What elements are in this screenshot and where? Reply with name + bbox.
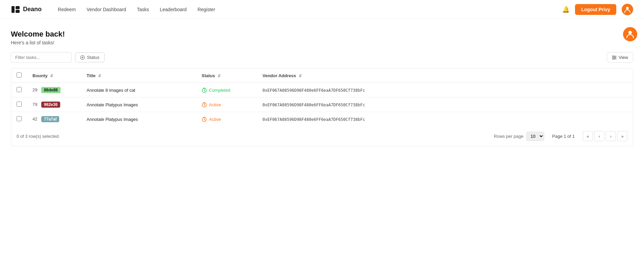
notification-bell-icon[interactable]: 🔔	[562, 6, 570, 13]
selection-info: 0 of 3 row(s) selected.	[17, 134, 60, 139]
timer-icon	[202, 102, 207, 107]
task-title: Annotate Platypus Images	[87, 102, 138, 107]
status-label: Completed	[209, 88, 230, 93]
timer-icon	[202, 116, 207, 122]
bounty-badge: 962e36	[41, 102, 60, 108]
last-page-button[interactable]: »	[617, 131, 627, 141]
first-page-button[interactable]: «	[583, 131, 593, 141]
title-column-header[interactable]: Title ⇵	[81, 68, 196, 83]
row-checkbox[interactable]	[17, 116, 22, 121]
bounty-badge: 86de88	[41, 87, 61, 93]
title-sort-icon: ⇵	[98, 74, 101, 78]
table-row: 29 86de88 Annotate 8 images of cat Compl…	[11, 83, 633, 98]
bounty-cell: 42 77a7af	[27, 112, 81, 127]
svg-rect-2	[16, 10, 20, 13]
status-cell: Active	[196, 112, 257, 127]
bounty-sort-icon: ⇵	[50, 74, 53, 78]
svg-point-14	[615, 57, 616, 58]
table-body: 29 86de88 Annotate 8 images of cat Compl…	[11, 83, 633, 127]
rows-per-page-label: Rows per page	[494, 134, 523, 139]
status-filter-button[interactable]: Status	[75, 52, 105, 62]
rows-per-page-control: Rows per page 10 20 50 Page 1 of 1 « ‹ ›…	[494, 131, 627, 141]
toolbar: Status View	[11, 52, 633, 63]
status-filter-label: Status	[87, 55, 99, 60]
avatar[interactable]	[622, 4, 633, 15]
task-title: Annotate Platypus Images	[87, 117, 138, 122]
svg-line-22	[204, 105, 205, 106]
vendor-address: 0xEF067A08596D98F480e6FF6eaA7DF650Cf738b…	[262, 88, 365, 93]
bounty-badge: 77a7af	[41, 116, 59, 122]
svg-line-18	[204, 90, 205, 91]
status-column-header[interactable]: Status ⇵	[196, 68, 257, 83]
table-footer: 0 of 3 row(s) selected. Rows per page 10…	[11, 126, 633, 146]
svg-rect-0	[12, 6, 15, 13]
title-cell: Annotate Platypus Images	[81, 98, 196, 112]
row-checkbox-cell[interactable]	[11, 83, 27, 98]
vendor-address: 0xEF067A08596D98F480e6FF6eaA7DF650Cf738b…	[262, 117, 365, 122]
brand-name: Deano	[23, 6, 42, 13]
page-subtitle: Here's a list of tasks!	[11, 40, 633, 45]
bounty-number: 42	[32, 116, 37, 122]
tasks-table: Bounty ⇵ Title ⇵ Status ⇵ Vendor Address…	[11, 68, 633, 126]
page-content: Welcome back! Here's a list of tasks! St…	[0, 19, 644, 146]
status-label: Active	[209, 102, 221, 107]
next-page-button[interactable]: ›	[606, 131, 616, 141]
nav-register[interactable]: Register	[198, 7, 215, 12]
table-row: 42 77a7af Annotate Platypus Images Activ…	[11, 112, 633, 127]
filter-tasks-input[interactable]	[11, 52, 72, 63]
rows-per-page-select[interactable]: 10 20 50	[526, 132, 544, 141]
bounty-cell: 79 962e36	[27, 98, 81, 112]
title-cell: Annotate Platypus Images	[81, 112, 196, 127]
view-button[interactable]: View	[607, 52, 633, 63]
svg-point-6	[628, 31, 632, 34]
svg-line-26	[204, 120, 205, 120]
tasks-table-container: Bounty ⇵ Title ⇵ Status ⇵ Vendor Address…	[11, 68, 633, 146]
row-checkbox[interactable]	[17, 102, 22, 107]
vendor-address: 0xEF067A08596D98F480e6FF6eaA7DF650Cf738b…	[262, 103, 365, 107]
logout-button[interactable]: Logout Privy	[575, 4, 616, 15]
row-checkbox-cell[interactable]	[11, 112, 27, 127]
svg-rect-1	[16, 6, 20, 9]
brand-logo[interactable]: Deano	[11, 5, 42, 14]
status-wrapper: Active	[202, 116, 252, 122]
vendor-address-column-header[interactable]: Vendor Address ⇵	[257, 68, 633, 83]
row-checkbox-cell[interactable]	[11, 98, 27, 112]
navbar: Deano Redeem Vendor Dashboard Tasks Lead…	[0, 0, 644, 19]
bounty-number: 29	[32, 87, 37, 92]
table-row: 79 962e36 Annotate Platypus Images Activ…	[11, 98, 633, 112]
floating-avatar[interactable]	[623, 27, 637, 41]
svg-point-13	[613, 56, 614, 57]
vendor-sort-icon: ⇵	[299, 74, 302, 78]
svg-point-4	[626, 7, 629, 9]
status-cell: Completed	[196, 83, 257, 98]
circle-plus-icon	[80, 55, 85, 60]
prev-page-button[interactable]: ‹	[594, 131, 604, 141]
select-all-checkbox[interactable]	[17, 72, 22, 78]
pagination-buttons: « ‹ › »	[583, 131, 627, 141]
nav-redeem[interactable]: Redeem	[58, 7, 76, 12]
select-all-header[interactable]	[11, 68, 27, 83]
nav-right: 🔔 Logout Privy	[562, 4, 633, 15]
status-cell: Active	[196, 98, 257, 112]
status-sort-icon: ⇵	[217, 74, 221, 78]
status-label: Active	[209, 117, 221, 122]
vendor-address-cell: 0xEF067A08596D98F480e6FF6eaA7DF650Cf738b…	[257, 83, 633, 98]
nav-leaderboard[interactable]: Leaderboard	[160, 7, 187, 12]
nav-tasks[interactable]: Tasks	[137, 7, 149, 12]
sliders-icon	[612, 55, 617, 60]
title-cell: Annotate 8 images of cat	[81, 83, 196, 98]
nav-links: Redeem Vendor Dashboard Tasks Leaderboar…	[58, 7, 551, 12]
logo-icon	[11, 5, 20, 14]
table-header-row: Bounty ⇵ Title ⇵ Status ⇵ Vendor Address…	[11, 68, 633, 83]
row-checkbox[interactable]	[17, 87, 22, 92]
status-wrapper: Active	[202, 102, 252, 107]
bounty-cell: 29 86de88	[27, 83, 81, 98]
vendor-address-cell: 0xEF067A08596D98F480e6FF6eaA7DF650Cf738b…	[257, 112, 633, 127]
page-title: Welcome back!	[11, 30, 633, 39]
status-wrapper: Completed	[202, 87, 252, 93]
page-info: Page 1 of 1	[552, 134, 575, 139]
bounty-number: 79	[32, 102, 37, 107]
bounty-column-header[interactable]: Bounty ⇵	[27, 68, 81, 83]
nav-vendor-dashboard[interactable]: Vendor Dashboard	[87, 7, 126, 12]
view-label: View	[619, 55, 628, 60]
